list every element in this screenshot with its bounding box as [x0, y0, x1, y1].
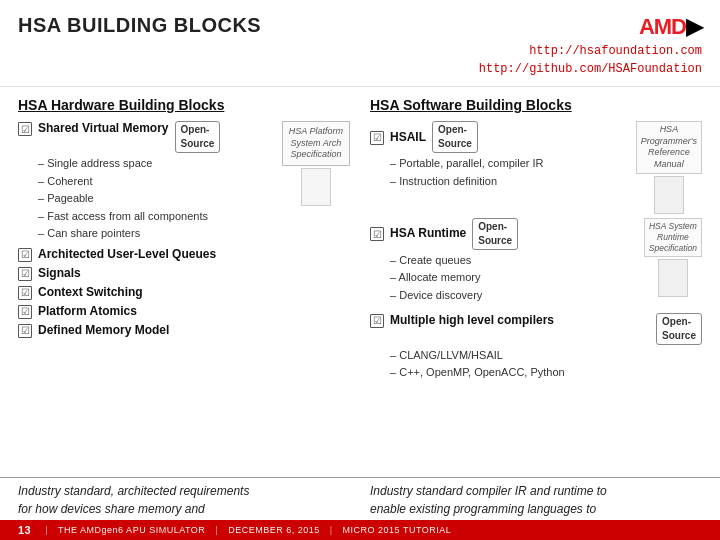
spec-doc-area: HSA PlatformSystem ArchSpecification	[282, 121, 350, 206]
footer-sep-2: |	[215, 525, 218, 535]
hsail-checkbox: ☑	[370, 131, 384, 145]
runtime-block: ☑ HSA Runtime Open-Source Create queues …	[370, 218, 702, 309]
left-column: HSA Hardware Building Blocks ☑ Shared Vi…	[18, 97, 350, 467]
compilers-sub-items: CLANG/LLVM/HSAIL C++, OpenMP, OpenACC, P…	[390, 347, 702, 382]
sub-item-0: Single address space	[38, 155, 274, 173]
compilers-open-source-badge: Open-Source	[656, 313, 702, 345]
platform-atomics-item: ☑ Platform Atomics	[18, 304, 350, 319]
compilers-label: Multiple high level compilers	[390, 313, 554, 327]
signals-label: Signals	[38, 266, 81, 280]
hsail-label: HSAIL	[390, 130, 426, 144]
hsail-sub-1: Instruction definition	[390, 173, 632, 191]
defined-memory-item: ☑ Defined Memory Model	[18, 323, 350, 338]
compilers-checkbox: ☑	[370, 314, 384, 328]
page: HSA BUILDING BLOCKS AMD▶ http://hsafound…	[0, 0, 720, 540]
sub-item-4: Can share pointers	[38, 225, 274, 243]
right-section-title: HSA Software Building Blocks	[370, 97, 702, 113]
left-section-title: HSA Hardware Building Blocks	[18, 97, 350, 113]
hsail-sub-0: Portable, parallel, compiler IR	[390, 155, 632, 173]
amd-logo: AMD▶	[639, 14, 702, 40]
runtime-open-source-badge: Open-Source	[472, 218, 518, 250]
runtime-thumb	[658, 259, 688, 297]
hsail-sub-items: Portable, parallel, compiler IR Instruct…	[390, 155, 632, 190]
runtime-sub-items: Create queues Allocate memory Device dis…	[390, 252, 640, 305]
sub-item-3: Fast access from all components	[38, 208, 274, 226]
compilers-sub-1: C++, OpenMP, OpenACC, Python	[390, 364, 702, 382]
platform-atomics-label: Platform Atomics	[38, 304, 137, 318]
right-column: HSA Software Building Blocks ☑ HSAIL Ope…	[370, 97, 702, 467]
footer-item-1: THE AMDgen6 APU SIMULATOR	[58, 525, 205, 535]
compilers-header: ☑ Multiple high level compilers Open-Sou…	[370, 313, 702, 345]
doc-thumb	[301, 168, 331, 206]
footer-page-num: 13	[18, 524, 31, 536]
sub-item-2: Pageable	[38, 190, 274, 208]
runtime-header: ☑ HSA Runtime Open-Source	[370, 218, 640, 250]
shvm-main: ☑ Shared Virtual Memory Open-Source Sing…	[18, 121, 274, 247]
runtime-sub-1: Allocate memory	[390, 269, 640, 287]
runtime-item: ☑ HSA Runtime	[370, 226, 466, 241]
compilers-item: ☑ Multiple high level compilers	[370, 313, 650, 328]
hsail-header: ☑ HSAIL Open-Source	[370, 121, 632, 153]
hsail-item: ☑ HSAIL	[370, 130, 426, 145]
footer-item-3: MICRO 2015 TUTORIAL	[343, 525, 452, 535]
runtime-spec-area: HSA SystemRuntimeSpecification	[644, 218, 702, 297]
checkbox-icon: ☑	[18, 122, 32, 136]
checkbox-icon-2: ☑	[18, 248, 32, 262]
programmer-manual-area: HSAProgrammer'sReferenceManual	[636, 121, 702, 214]
runtime-spec-text: HSA SystemRuntimeSpecification	[644, 218, 702, 257]
compilers-sub-0: CLANG/LLVM/HSAIL	[390, 347, 702, 365]
main-content: HSA Hardware Building Blocks ☑ Shared Vi…	[0, 87, 720, 477]
header-right: AMD▶ http://hsafoundation.com http://git…	[479, 14, 702, 78]
hsail-block: ☑ HSAIL Open-Source Portable, parallel, …	[370, 121, 702, 214]
manual-thumb	[654, 176, 684, 214]
footer-sep-3: |	[330, 525, 333, 535]
defined-memory-label: Defined Memory Model	[38, 323, 169, 337]
spec-box: HSA PlatformSystem ArchSpecification	[282, 121, 350, 166]
shvm-block: ☑ Shared Virtual Memory Open-Source Sing…	[18, 121, 350, 247]
hsail-main: ☑ HSAIL Open-Source Portable, parallel, …	[370, 121, 632, 194]
checkbox-icon-6: ☑	[18, 324, 32, 338]
context-switching-label: Context Switching	[38, 285, 143, 299]
shvm-sub-items: Single address space Coherent Pageable F…	[38, 155, 274, 243]
queues-item: ☑ Architected User-Level Queues	[18, 247, 350, 262]
runtime-sub-0: Create queues	[390, 252, 640, 270]
checkbox-icon-3: ☑	[18, 267, 32, 281]
header-links: http://hsafoundation.com http://github.c…	[479, 42, 702, 78]
context-switching-item: ☑ Context Switching	[18, 285, 350, 300]
checkbox-icon-4: ☑	[18, 286, 32, 300]
footer-item-2: DECEMBER 6, 2015	[228, 525, 320, 535]
runtime-sub-2: Device discovery	[390, 287, 640, 305]
signals-item: ☑ Signals	[18, 266, 350, 281]
header: HSA BUILDING BLOCKS AMD▶ http://hsafound…	[0, 0, 720, 87]
queues-label: Architected User-Level Queues	[38, 247, 216, 261]
runtime-checkbox: ☑	[370, 227, 384, 241]
checkbox-icon-5: ☑	[18, 305, 32, 319]
footer: 13 | THE AMDgen6 APU SIMULATOR | DECEMBE…	[0, 520, 720, 540]
page-title: HSA BUILDING BLOCKS	[18, 14, 261, 37]
shvm-open-source-badge: Open-Source	[175, 121, 221, 153]
runtime-main: ☑ HSA Runtime Open-Source Create queues …	[370, 218, 640, 309]
shvm-label: Shared Virtual Memory	[38, 121, 169, 135]
hsail-open-source-badge: Open-Source	[432, 121, 478, 153]
shvm-item: ☑ Shared Virtual Memory	[18, 121, 169, 136]
programmer-manual-text: HSAProgrammer'sReferenceManual	[636, 121, 702, 174]
footer-sep-1: |	[45, 525, 48, 535]
sub-item-1: Coherent	[38, 173, 274, 191]
shvm-header: ☑ Shared Virtual Memory Open-Source	[18, 121, 274, 153]
runtime-label: HSA Runtime	[390, 226, 466, 240]
